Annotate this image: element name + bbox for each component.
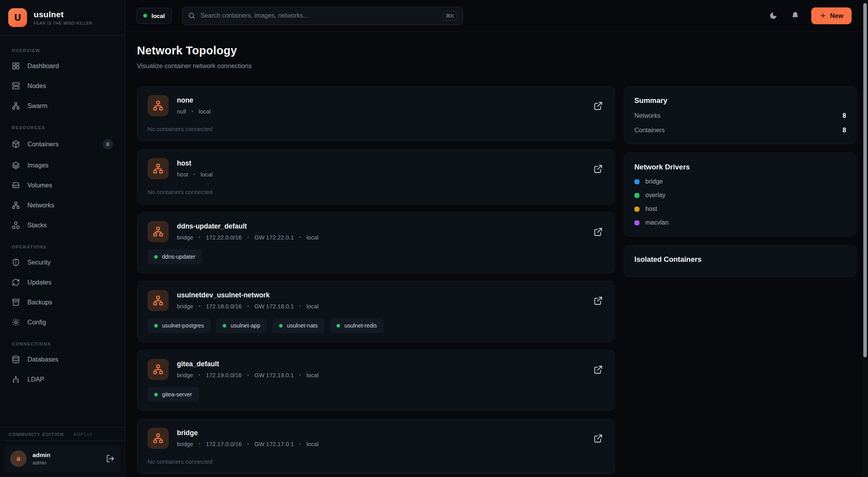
- sidebar-item-nodes[interactable]: Nodes: [8, 76, 117, 96]
- network-icon-box: [148, 359, 169, 380]
- driver-color-dot: [634, 220, 639, 225]
- network-card-titles: gitea_defaultbridge•172.19.0.0/16•GW 172…: [177, 359, 319, 378]
- sidebar-item-label: Volumes: [27, 182, 52, 189]
- summary-row: Networks8: [634, 112, 846, 119]
- sidebar-item-networks[interactable]: Networks: [8, 195, 117, 215]
- sidebar-item-databases[interactable]: Databases: [8, 349, 117, 369]
- sidebar-item-stacks[interactable]: Stacks: [8, 215, 117, 235]
- meta-separator: •: [299, 373, 301, 378]
- network-meta: bridge•172.22.0.0/16•GW 172.22.0.1•local: [177, 234, 319, 241]
- network-card-header: hosthost•local: [148, 158, 605, 179]
- container-chip[interactable]: usulnet-postgres: [148, 318, 211, 333]
- edition-label: COMMUNITY EDITION: [9, 432, 64, 437]
- open-network-button[interactable]: [592, 363, 605, 376]
- network-card-header: nonenull•local: [148, 95, 605, 116]
- sidebar-item-volumes[interactable]: Volumes: [8, 175, 117, 195]
- open-network-button[interactable]: [592, 225, 605, 238]
- search-input[interactable]: [200, 12, 438, 19]
- network-icon: [153, 100, 164, 111]
- network-meta-part: local: [306, 234, 319, 241]
- sidebar-nav: OVERVIEWDashboardNodesSwarmRESOURCESCont…: [0, 36, 125, 427]
- search-icon: [188, 12, 196, 20]
- network-card-titles: ddns-updater_defaultbridge•172.22.0.0/16…: [177, 221, 319, 241]
- sidebar-item-ldap[interactable]: LDAP: [8, 369, 117, 389]
- search-box[interactable]: ⌘K: [182, 7, 463, 25]
- theme-toggle-button[interactable]: [767, 10, 779, 22]
- network-card: usulnetdev_usulnet-networkbridge•172.18.…: [137, 281, 615, 342]
- network-meta: bridge•172.17.0.0/16•GW 172.17.0.1•local: [177, 441, 319, 447]
- isolated-containers-panel: Isolated Containers: [624, 245, 857, 277]
- sidebar-item-swarm[interactable]: Swarm: [8, 96, 117, 116]
- nav-section-label: OVERVIEW: [12, 48, 117, 53]
- stacks-icon: [12, 221, 20, 229]
- side-panels: Summary Networks8Containers8 Network Dri…: [624, 86, 857, 277]
- sidebar-item-backups[interactable]: Backups: [8, 292, 117, 312]
- sidebar-item-images[interactable]: Images: [8, 155, 117, 175]
- container-status-dot: [223, 324, 226, 328]
- container-chip[interactable]: usulnet-app: [216, 318, 267, 333]
- moon-icon: [769, 11, 778, 20]
- driver-row: host: [634, 205, 846, 212]
- containers-icon: [12, 140, 20, 148]
- network-icon-box: [148, 290, 169, 311]
- network-card-titles: usulnetdev_usulnet-networkbridge•172.18.…: [177, 290, 319, 310]
- scrollbar-thumb[interactable]: [863, 3, 867, 357]
- sidebar-item-label: Config: [27, 319, 46, 326]
- network-name: host: [177, 158, 212, 167]
- meta-separator: •: [247, 373, 249, 378]
- open-network-button[interactable]: [592, 99, 605, 112]
- open-network-button[interactable]: [592, 162, 605, 175]
- container-chip[interactable]: gitea-server: [148, 387, 199, 402]
- user-box[interactable]: a admin admin: [4, 445, 121, 472]
- container-chip[interactable]: ddns-updater: [148, 249, 202, 264]
- sidebar-item-label: Networks: [27, 202, 54, 209]
- sidebar-item-label: Backups: [27, 299, 52, 306]
- network-meta-part: local: [306, 441, 319, 447]
- edition-line: COMMUNITY EDITION · AGPLv3: [0, 427, 125, 441]
- notifications-button[interactable]: [789, 10, 801, 22]
- meta-separator: •: [193, 172, 195, 177]
- app-tagline: FEAR IS THE MIND-KILLER: [34, 21, 92, 25]
- meta-separator: •: [299, 235, 301, 240]
- sidebar-item-dashboard[interactable]: Dashboard: [8, 56, 117, 76]
- nodes-icon: [12, 82, 20, 90]
- meta-separator: •: [247, 235, 249, 240]
- driver-row: bridge: [634, 178, 846, 185]
- open-network-button[interactable]: [592, 432, 605, 445]
- container-chip-label: usulnet-redis: [344, 322, 377, 329]
- container-status-dot: [279, 324, 283, 328]
- network-icon: [153, 295, 164, 306]
- environment-label: local: [151, 13, 165, 19]
- network-card: bridgebridge•172.17.0.0/16•GW 172.17.0.1…: [137, 419, 615, 474]
- network-card: gitea_defaultbridge•172.19.0.0/16•GW 172…: [137, 350, 615, 411]
- scrollbar-track[interactable]: [863, 0, 868, 477]
- container-chip[interactable]: usulnet-redis: [330, 318, 384, 333]
- sidebar-item-config[interactable]: Config: [8, 312, 117, 332]
- network-meta-part: bridge: [177, 303, 193, 310]
- sidebar-item-label: Stacks: [27, 221, 47, 229]
- external-link-icon: [593, 296, 603, 306]
- network-card-header: usulnetdev_usulnet-networkbridge•172.18.…: [148, 290, 605, 311]
- network-name: ddns-updater_default: [177, 221, 319, 230]
- network-icon: [153, 226, 164, 237]
- sidebar-item-updates[interactable]: Updates: [8, 272, 117, 292]
- sidebar-item-containers[interactable]: Containers8: [8, 133, 117, 155]
- plus-icon: [819, 12, 827, 19]
- network-card-titles: hosthost•local: [177, 158, 212, 178]
- open-network-button[interactable]: [592, 294, 605, 307]
- sidebar-item-label: Nodes: [27, 82, 46, 90]
- summary-row-value: 8: [843, 112, 846, 119]
- sidebar-item-security[interactable]: Security: [8, 252, 117, 272]
- logout-button[interactable]: [106, 454, 115, 463]
- new-button[interactable]: New: [811, 7, 852, 24]
- new-button-label: New: [830, 12, 843, 20]
- environment-badge[interactable]: local: [136, 8, 172, 24]
- container-chip[interactable]: usulnet-nats: [272, 318, 324, 333]
- ldap-icon: [12, 375, 20, 383]
- network-meta-part: 172.19.0.0/16: [206, 372, 242, 378]
- topbar: local ⌘K New: [125, 0, 863, 32]
- driver-row: overlay: [634, 192, 846, 199]
- network-meta-part: bridge: [177, 372, 193, 378]
- driver-row: macvlan: [634, 219, 846, 226]
- network-meta-part: local: [306, 303, 319, 310]
